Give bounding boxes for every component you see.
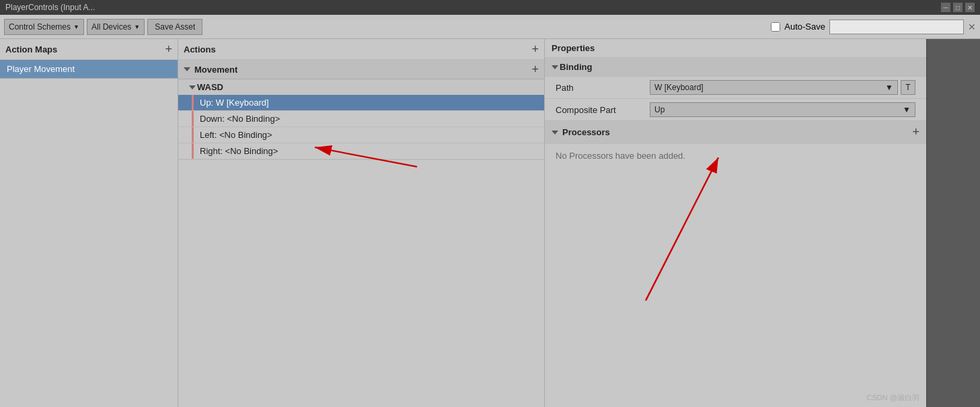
binding-section-label: Binding (560, 62, 592, 72)
all-devices-dropdown[interactable]: All Devices ▼ (87, 19, 145, 35)
path-value: W [Keyboard] ▼ T (650, 80, 915, 95)
path-row: Path W [Keyboard] ▼ T (545, 77, 926, 99)
add-movement-button[interactable]: + (531, 63, 539, 75)
dropdown-arrow-icon: ▼ (134, 24, 140, 30)
composite-part-dropdown[interactable]: Up ▼ (650, 102, 915, 117)
action-maps-panel: Action Maps + Player Movement (0, 39, 178, 407)
dropdown-arrow-icon: ▼ (73, 24, 79, 30)
movement-group-label: Movement (194, 65, 237, 75)
toolbar: Control Schemes ▼ All Devices ▼ Save Ass… (0, 15, 980, 39)
close-button[interactable]: ✕ (965, 3, 975, 12)
processors-header[interactable]: Processors + (545, 121, 926, 144)
add-action-map-button[interactable]: + (165, 43, 172, 55)
main-content: Action Maps + Player Movement Actions + … (0, 39, 980, 407)
path-label: Path (556, 83, 650, 93)
wasd-subgroup: WASD Up: W [Keyboard] Down: <No Binding> (178, 79, 544, 160)
dropdown-arrow-icon: ▼ (903, 105, 911, 114)
maximize-button[interactable]: □ (953, 3, 963, 12)
actions-panel: Actions + Movement + WASD (178, 39, 545, 407)
properties-panel: Properties Binding Path W [Keyboard] ▼ (545, 39, 926, 407)
processors-collapse-icon (552, 131, 558, 135)
binding-accent (192, 143, 194, 159)
dropdown-arrow-icon: ▼ (885, 83, 893, 92)
search-clear-button[interactable]: ✕ (968, 22, 976, 32)
window-title: PlayerControls (Input A... (5, 3, 95, 12)
binding-accent (192, 95, 194, 110)
processors-section: Processors + No Processors have been add… (545, 121, 926, 168)
binding-accent (192, 127, 194, 143)
path-t-button[interactable]: T (901, 80, 915, 95)
wasd-header[interactable]: WASD (178, 79, 544, 95)
collapse-icon (184, 67, 190, 71)
binding-section-header[interactable]: Binding (545, 58, 926, 77)
binding-down[interactable]: Down: <No Binding> (178, 111, 544, 127)
main-wrapper: Action Maps + Player Movement Actions + … (0, 39, 980, 407)
title-bar: PlayerControls (Input A... ─ □ ✕ (0, 0, 980, 15)
minimize-button[interactable]: ─ (941, 3, 950, 12)
add-processor-button[interactable]: + (912, 125, 919, 139)
action-map-item[interactable]: Player Movement (0, 60, 178, 79)
binding-up[interactable]: Up: W [Keyboard] (178, 95, 544, 111)
wasd-label: WASD (197, 82, 223, 92)
binding-accent (192, 111, 194, 126)
autosave-label: Auto-Save (784, 22, 825, 32)
search-input[interactable] (829, 20, 964, 34)
action-maps-title: Action Maps (5, 44, 57, 54)
composite-part-row: Composite Part Up ▼ (545, 99, 926, 121)
binding-left[interactable]: Left: <No Binding> (178, 127, 544, 143)
actions-header: Actions + (178, 39, 544, 60)
path-dropdown[interactable]: W [Keyboard] ▼ (650, 80, 898, 95)
binding-section: Binding Path W [Keyboard] ▼ T Composit (545, 58, 926, 121)
processors-empty-text: No Processors have been added. (545, 144, 926, 168)
control-schemes-dropdown[interactable]: Control Schemes ▼ (4, 19, 84, 35)
movement-group-header[interactable]: Movement + (178, 60, 544, 79)
wasd-collapse-icon (189, 85, 196, 89)
binding-right[interactable]: Right: <No Binding> (178, 143, 544, 159)
composite-part-label: Composite Part (556, 105, 650, 115)
action-maps-header: Action Maps + (0, 39, 178, 60)
right-sidebar (926, 39, 980, 407)
save-asset-button[interactable]: Save Asset (147, 19, 202, 35)
actions-title: Actions (184, 44, 216, 54)
autosave-group: Auto-Save ✕ (771, 20, 976, 34)
properties-header: Properties (545, 39, 926, 58)
composite-part-value: Up ▼ (650, 102, 915, 117)
window-controls: ─ □ ✕ (941, 3, 975, 12)
autosave-checkbox[interactable] (771, 22, 780, 32)
actions-list: Movement + WASD Up: W [Keyboard] (178, 60, 544, 407)
add-action-button[interactable]: + (531, 43, 539, 55)
processors-label: Processors (562, 127, 610, 137)
binding-collapse-icon (552, 65, 558, 69)
watermark: CSDN @淑白羽 (867, 393, 919, 403)
